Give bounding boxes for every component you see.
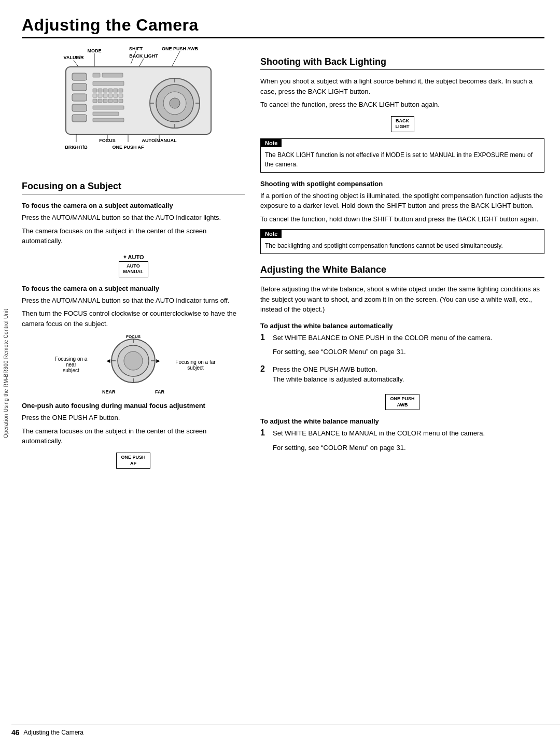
camera-svg: MODE SHIFT ONE PUSH AWB VALUE/R BACK LIG… [35,46,232,160]
svg-rect-25 [93,94,97,97]
wb-step1: 1 Set WHITE BALANCE to ONE PUSH in the C… [260,333,544,360]
svg-rect-32 [98,99,102,103]
wb-step2-text: Press the ONE PUSH AWB button.The white … [273,364,544,385]
side-tab-label: Operation Using the RM-BR300 Remote Cont… [3,309,9,438]
svg-rect-12 [72,83,87,91]
spotlight-text2: To cancel the function, hold down the SH… [260,214,544,224]
spotlight-note-text: The backlighting and spotlight compensat… [261,238,544,253]
svg-rect-17 [102,73,123,77]
step1-number: 1 [260,333,269,360]
left-column: MODE SHIFT ONE PUSH AWB VALUE/R BACK LIG… [22,46,245,475]
svg-rect-30 [119,94,123,97]
step2-number: 2 [260,364,269,388]
one-push-awb-illustration: ONE PUSH AWB [260,394,544,410]
svg-text:BRIGHT/B: BRIGHT/B [65,145,88,150]
side-tab: Operation Using the RM-BR300 Remote Cont… [0,0,11,747]
svg-text:VALUE/R: VALUE/R [64,55,84,60]
one-push-text1: Press the ONE PUSH AF button. [22,413,245,423]
page-container: Operation Using the RM-BR300 Remote Cont… [0,0,560,747]
svg-text:BACK LIGHT: BACK LIGHT [129,53,158,59]
back-light-note-text: The BACK LIGHT function is not effective… [261,147,544,172]
note-label: Note [261,139,282,147]
svg-rect-20 [98,89,102,92]
footer-text: Adjusting the Camera [24,729,83,736]
svg-point-43 [170,98,180,108]
camera-diagram: MODE SHIFT ONE PUSH AWB VALUE/R BACK LIG… [22,46,245,171]
svg-rect-26 [98,94,102,97]
one-push-text2: The camera focuses on the subject in the… [22,426,245,446]
one-push-af-illustration: ONE PUSH AF [22,453,245,469]
step1-content: Set WHITE BALANCE to ONE PUSH in the COL… [273,333,544,360]
back-light-illustration: BACK LIGHT [260,116,544,132]
svg-text:ONE PUSH AWB: ONE PUSH AWB [162,46,199,51]
svg-rect-38 [93,112,119,116]
svg-rect-21 [103,89,107,92]
svg-rect-18 [93,81,124,86]
auto-focus-heading: To focus the camera on a subject automat… [22,202,245,209]
page-title: Adjusting the Camera [22,16,544,38]
svg-rect-37 [93,106,124,109]
auto-symbol: AUTO [128,254,144,260]
wb-manual-step1-text: Set WHITE BALANCE to MANUAL in the COLOR… [273,428,544,439]
wb-step2: 2 Press the ONE PUSH AWB button.The whit… [260,364,544,388]
svg-rect-29 [114,94,118,97]
main-content: Adjusting the Camera MODE SHIFT ONE PUSH… [11,0,560,747]
wb-manual-step1: 1 Set WHITE BALANCE to MANUAL in the COL… [260,428,544,456]
svg-text:◄: ◄ [105,357,111,364]
svg-rect-13 [72,94,87,101]
auto-manual-button: AUTO MANUAL [119,261,148,277]
wb-manual-heading: To adjust the white balance manually [260,417,544,425]
focus-dial-svg: FOCUS ◄ ► [102,335,164,387]
one-push-awb-button: ONE PUSH AWB [385,394,419,410]
focus-near-label: Focusing on a near subject [50,356,92,373]
spotlight-note-label: Note [261,230,282,238]
auto-manual-label: AUTO MANUAL [123,263,144,275]
svg-rect-14 [72,104,87,111]
wb-manual-step1-detail: For setting, see “COLOR Menu” on page 31… [273,443,544,453]
svg-text:MODE: MODE [88,48,102,53]
white-balance-intro: Before adjusting the white balance, shoo… [260,284,544,315]
svg-rect-24 [119,89,123,92]
far-label: FAR [155,389,164,394]
one-push-af-button: ONE PUSH AF [116,453,150,469]
one-push-heading: One-push auto focusing during manual foc… [22,402,245,410]
manual-step1-content: Set WHITE BALANCE to MANUAL in the COLOR… [273,428,544,456]
auto-focus-text2: The camera focuses on the subject in the… [22,226,245,246]
svg-rect-15 [72,115,87,122]
wb-step1-text: Set WHITE BALANCE to ONE PUSH in the COL… [273,333,544,343]
page-footer: 46 Adjusting the Camera [11,725,560,737]
back-lighting-heading: Shooting with Back Lighting [260,57,544,70]
right-column: Shooting with Back Lighting When you sho… [260,46,544,475]
two-column-layout: MODE SHIFT ONE PUSH AWB VALUE/R BACK LIG… [22,46,544,475]
svg-rect-11 [72,73,87,80]
white-balance-heading: Adjusting the White Balance [260,264,544,278]
spotlight-text1: If a portion of the shooting object is i… [260,191,544,211]
manual-focus-heading: To focus the camera on a subject manuall… [22,285,245,292]
svg-rect-31 [93,99,97,103]
svg-rect-28 [108,94,113,97]
svg-point-58 [124,351,143,370]
svg-rect-19 [93,89,97,92]
back-lighting-text2: To cancel the function, press the BACK L… [260,100,544,110]
svg-rect-16 [93,73,100,77]
spotlight-heading: Shooting with spotlight compensation [260,180,544,188]
svg-rect-33 [103,99,107,103]
wb-auto-heading: To adjust the white balance automaticall… [260,322,544,330]
svg-rect-36 [119,99,123,103]
step2-content: Press the ONE PUSH AWB button.The white … [273,364,544,388]
back-light-note: Note The BACK LIGHT function is not effe… [260,138,544,173]
svg-rect-23 [114,89,118,92]
manual-step1-number: 1 [260,428,269,456]
svg-text:SHIFT: SHIFT [129,46,143,51]
svg-rect-22 [108,89,113,92]
svg-line-5 [172,51,180,66]
auto-focus-text1: Press the AUTO/MANUAL button so that the… [22,213,245,223]
wb-step1-detail: For setting, see “COLOR Menu” on page 31… [273,347,544,357]
svg-rect-35 [114,99,118,103]
back-lighting-text1: When you shoot a subject with a light so… [260,76,544,96]
manual-focus-text2: Then turn the FOCUS control clockwise or… [22,308,245,329]
page-number: 46 [11,728,20,737]
svg-text:ONE PUSH AF: ONE PUSH AF [112,145,144,150]
focus-diagram: Focusing on a near subject [22,335,245,394]
svg-text:FOCUS: FOCUS [126,335,141,339]
